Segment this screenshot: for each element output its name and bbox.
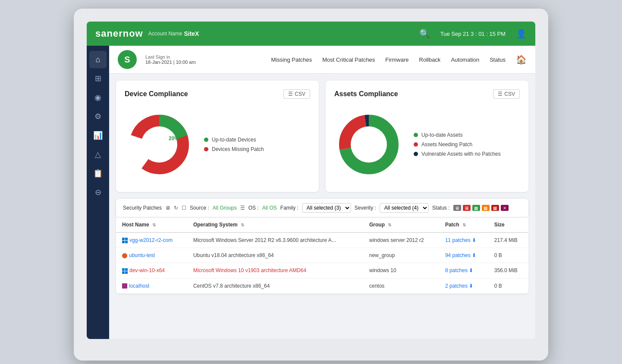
status-icon-orange[interactable]: ▦ [482,205,490,211]
td-size: 0 B [488,278,528,293]
table-row: vgg-w2012-r2-com Microsoft Windows Serve… [116,232,528,248]
filter-icon-checkbox[interactable]: ☐ [182,205,186,211]
sort-icon-os[interactable]: ⇅ [241,223,244,227]
assets-compliance-donut: 25.5% 72% [334,110,403,179]
nav-missing-patches[interactable]: Missing Patches [271,56,312,63]
svg-text:72%: 72% [363,153,374,159]
screen: sanernow Account Name SiteX 🔍 Tue Sep 21… [87,22,535,339]
nav-rollback[interactable]: Rollback [419,56,441,63]
patch-link[interactable]: 8 patches [445,267,468,273]
td-os: Microsoft Windows 10 v1903 architecture … [187,263,363,278]
sidebar-item-list[interactable]: 📋 [89,165,107,182]
filters-row: Security Patches 🖥 ↻ ☐ Source : All Grou… [116,199,528,217]
legend-vulnerable-assets-label: Vulnerable Assets with no Patches [421,151,501,157]
td-host: ubuntu-test [116,248,187,263]
nav-firmware[interactable]: Firmware [385,56,408,63]
search-icon[interactable]: 🔍 [419,28,430,39]
sidebar-item-report[interactable]: 📊 [89,127,107,144]
td-group: windows 10 [363,263,439,278]
status-icon-desktop[interactable]: 🖥 [453,205,461,211]
logo: sanernow [95,28,143,39]
status-icon-red2[interactable]: ▦ [491,205,499,211]
sidebar-item-alert[interactable]: △ [89,146,107,163]
sort-icon-patch[interactable]: ⇅ [462,223,466,227]
sidebar-item-nodes[interactable]: ⊞ [89,70,107,87]
family-select[interactable]: All selected (3) [302,203,351,213]
os-value: All OS [262,205,277,211]
host-link[interactable]: localhost [129,283,149,289]
legend-uptodate-assets: Up-to-date Assets [414,132,501,138]
assets-csv-icon: ☰ [498,91,503,97]
dashboard: Device Compliance ☰ CSV [109,74,535,301]
filter-icon-refresh[interactable]: ↻ [174,205,178,211]
status-label: Status : [432,205,450,211]
download-icon[interactable]: ⬇ [472,252,476,258]
datetime: Tue Sep 21 3 : 01 : 15 PM [440,31,506,37]
sidebar-item-settings[interactable]: ⚙ [89,108,107,125]
family-label: Family : [280,205,298,211]
sort-icon-group[interactable]: ⇅ [388,223,391,227]
svg-text:20%: 20% [169,135,179,141]
sidebar-item-home[interactable]: ⌂ [89,51,107,68]
windows-icon [122,238,128,243]
compliance-row: Device Compliance ☰ CSV [116,81,528,192]
sidebar-item-eye[interactable]: ◉ [89,89,107,106]
nav-most-critical-patches[interactable]: Most Critical Patches [322,56,375,63]
status-icon-red[interactable]: 🖥 [463,205,471,211]
td-group: centos [363,278,439,293]
sidebar-item-exit[interactable]: ⊖ [89,184,107,201]
legend-needing-patch: Assets Needing Patch [414,141,501,147]
nav-status[interactable]: Status [490,56,506,63]
th-size: Size [488,217,528,232]
td-group: windows server 2012 r2 [363,232,439,248]
patch-link[interactable]: 94 patches [445,252,471,258]
assets-compliance-legend: Up-to-date Assets Assets Needing Patch V… [414,132,501,157]
patch-link[interactable]: 2 patches [445,283,468,289]
severity-select[interactable]: All selected (4) [380,203,429,213]
filters-table-wrapper: Security Patches 🖥 ↻ ☐ Source : All Grou… [116,199,528,294]
th-group: Group ⇅ [363,217,439,232]
centos-icon [122,283,127,289]
laptop-frame: sanernow Account Name SiteX 🔍 Tue Sep 21… [74,9,548,361]
legend-needing-patch-label: Assets Needing Patch [421,141,472,147]
download-icon[interactable]: ⬇ [472,237,476,243]
legend-dot-green-assets [414,133,418,137]
top-nav: sanernow Account Name SiteX 🔍 Tue Sep 21… [87,22,535,46]
td-os: CentOS v7.8 architecture x86_64 [187,278,363,293]
download-icon[interactable]: ⬇ [469,283,473,289]
assets-compliance-card: Assets Compliance ☰ CSV [326,81,528,192]
security-patches-label: Security Patches [123,205,162,211]
legend-dot-red [204,147,208,151]
device-compliance-csv-btn[interactable]: ☰ CSV [283,89,310,99]
svg-text:25.5%: 25.5% [358,137,371,142]
user-icon[interactable]: 👤 [516,28,527,39]
nav-automation[interactable]: Automation [451,56,479,63]
assets-compliance-chart-area: 25.5% 72% Up-to-date Assets [334,106,520,183]
sort-icon-host[interactable]: ⇅ [152,223,156,227]
host-link[interactable]: vgg-w2012-r2-com [129,237,173,243]
table-row: ubuntu-test Ubuntu v18.04 architecture x… [116,248,528,263]
home-icon[interactable]: 🏠 [516,54,527,65]
status-icon-dark-red[interactable]: ✕ [501,205,509,211]
td-patch: 2 patches ⬇ [439,278,488,293]
csv-label: CSV [295,91,305,97]
patch-link[interactable]: 11 patches [445,237,471,243]
td-host: dev-win-10-x64 [116,263,187,278]
main-layout: ⌂ ⊞ ◉ ⚙ 📊 △ 📋 ⊖ S Last Sign in 18-Jan-20… [87,46,535,339]
table-row: dev-win-10-x64 Microsoft Windows 10 v190… [116,263,528,278]
assets-compliance-csv-btn[interactable]: ☰ CSV [493,89,520,99]
td-size: 0 B [488,248,528,263]
legend-dot-dark-assets [414,152,418,156]
host-link[interactable]: ubuntu-test [129,252,155,258]
status-icon-green[interactable]: ▦ [472,205,480,211]
assets-compliance-header: Assets Compliance ☰ CSV [334,89,520,99]
ubuntu-icon [122,253,127,258]
source-value: All Groups [213,205,237,211]
host-link[interactable]: dev-win-10-x64 [129,267,165,273]
table-header: Host Name ⇅ Operating System ⇅ Group [116,217,528,232]
svg-rect-17 [122,271,125,274]
assets-compliance-title: Assets Compliance [334,90,398,98]
status-icons: 🖥 🖥 ▦ ▦ ▦ ✕ [453,205,509,211]
td-size: 217.4 MiB [488,232,528,248]
download-icon[interactable]: ⬇ [469,267,473,273]
